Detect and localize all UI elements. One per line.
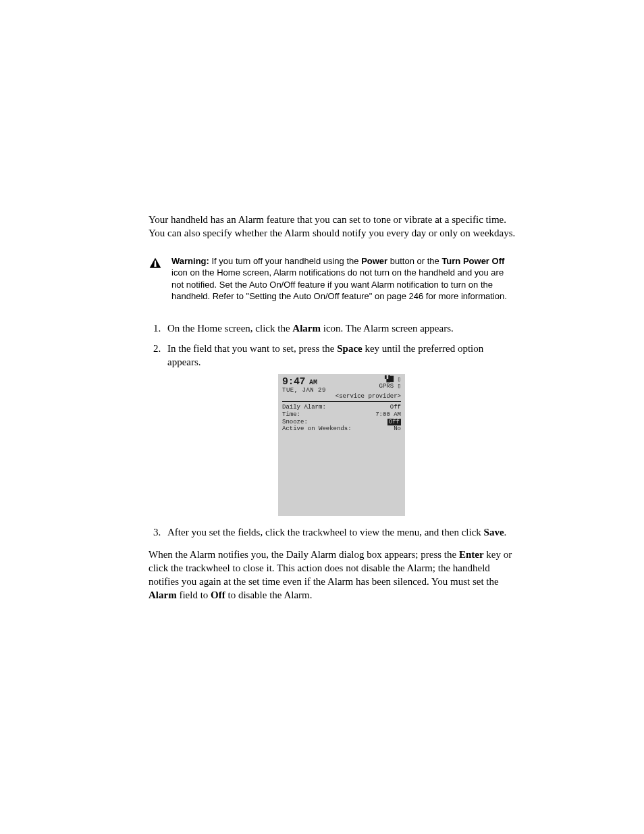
screen-provider: <service provider> [282,394,401,400]
screen-divider [282,401,401,402]
screen-network: GPRS ▯ [379,384,401,390]
screen-ampm: AM [309,379,317,386]
closing-alarm: Alarm [149,590,177,600]
steps-list: On the Home screen, click the Alarm icon… [149,321,516,540]
warning-label: Warning: [171,256,209,266]
step-1-bold: Alarm [292,323,321,334]
screen-status-icons: ▝▟█ ▯ GPRS ▯ [379,377,401,390]
step-3-bold: Save [484,527,504,538]
warning-icon [149,257,162,273]
closing-g: to disable the Alarm. [225,590,313,600]
warning-part3: icon on the Home screen, Alarm notificat… [171,267,507,301]
warning-block: Warning: If you turn off your handheld u… [149,255,516,303]
document-page: Your handheld has an Alarm feature that … [0,0,644,653]
screen-date: TUE, JAN 29 [282,388,326,394]
step-2-a: In the field that you want to set, press… [167,343,337,354]
step-1-c: icon. The Alarm screen appears. [321,323,454,334]
closing-a: When the Alarm notifies you, the Daily A… [149,549,459,560]
screen-row-time: Time: 7:00 AM [282,411,401,419]
step-1-a: On the Home screen, click the [167,323,292,334]
step-2-bold: Space [337,343,363,354]
screen-row-value-selected: Off [387,419,401,426]
closing-e: field to [177,590,211,600]
screen-row-label: Active on Weekends: [282,425,352,433]
step-3-c: . [504,527,507,538]
closing-off: Off [211,590,225,600]
screen-row-weekends: Active on Weekends: No [282,425,401,433]
step-2: In the field that you want to set, press… [163,342,516,517]
step-3-a: After you set the fields, click the trac… [167,527,484,538]
warning-part2: button or the [390,256,439,266]
screen-row-value: Off [390,404,401,411]
screen-row-snooze: Snooze: Off [282,419,401,426]
warning-icon-word: Turn Power Off [441,256,504,266]
warning-text: Warning: If you turn off your handheld u… [171,255,516,303]
closing-paragraph: When the Alarm notifies you, the Daily A… [149,548,516,602]
warning-part1: If you turn off your handheld using the [211,256,358,266]
intro-paragraph: Your handheld has an Alarm feature that … [149,213,516,240]
closing-enter: Enter [459,549,484,560]
screen-row-label: Daily Alarm: [282,404,326,411]
screen-row-value: 7:00 AM [375,411,401,419]
screen-row-value: No [394,425,401,433]
warning-power-word: Power [361,256,387,266]
step-3: After you set the fields, click the trac… [163,525,516,539]
screen-time: 9:47 [282,376,305,388]
step-1: On the Home screen, click the Alarm icon… [163,321,516,335]
screen-row-label: Snooze: [282,419,308,426]
screen-row-daily-alarm: Daily Alarm: Off [282,404,401,411]
screen-row-label: Time: [282,411,300,419]
device-screenshot: 9:47 AM TUE, JAN 29 ▝▟█ ▯ GPRS ▯ <servic… [278,374,405,516]
